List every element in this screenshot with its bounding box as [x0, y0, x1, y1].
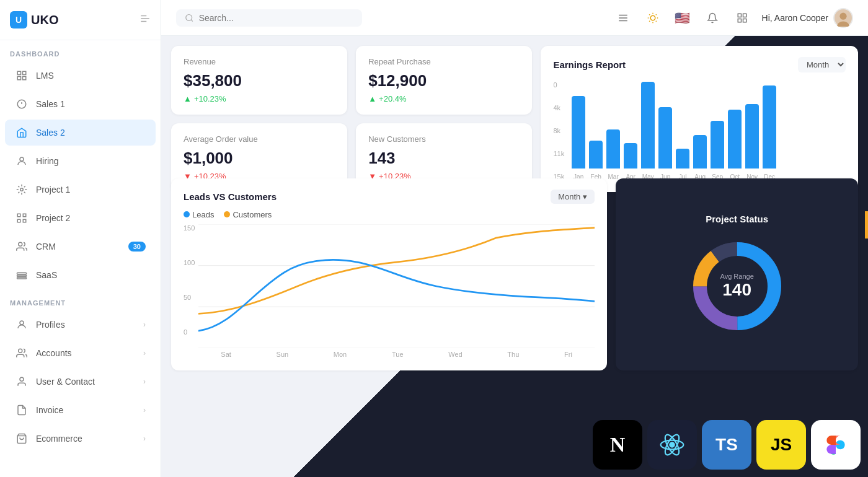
customers-legend-item: Customers — [224, 210, 272, 219]
sidebar-item-hiring[interactable]: Hiring — [5, 148, 156, 174]
typescript-label: TS — [715, 435, 738, 455]
project-status-title: Project Status — [706, 214, 768, 224]
header-right: 🇺🇸 Hi, Aaron Cooper — [613, 8, 853, 28]
sidebar-item-lms[interactable]: LMS — [5, 63, 156, 89]
notifications-icon[interactable] — [702, 8, 722, 28]
bar-jun — [658, 107, 672, 168]
sidebar-item-user-contact[interactable]: User & Contact › — [5, 369, 156, 395]
figma-icon[interactable] — [811, 420, 861, 470]
project-status-card: Project Status — [616, 178, 858, 370]
search-box[interactable] — [176, 9, 362, 27]
avg-order-label: Average Order value — [184, 134, 335, 144]
accounts-chevron: › — [143, 349, 146, 357]
sidebar-item-saas[interactable]: SaaS — [5, 262, 156, 288]
repeat-purchase-value: $12,900 — [368, 71, 520, 90]
bar-col-oct: Oct — [728, 110, 742, 180]
nextjs-label: N — [610, 433, 626, 457]
typescript-icon[interactable]: TS — [702, 420, 751, 470]
sidebar-item-crm[interactable]: CRM 30 — [5, 234, 156, 260]
bar-sep — [711, 121, 724, 168]
leads-header: Leads VS Customers Month ▾ — [184, 190, 595, 204]
bar-col-apr: Apr — [624, 143, 637, 180]
bar-aug — [693, 135, 707, 168]
svg-rect-37 — [743, 19, 746, 22]
sidebar-item-profiles[interactable]: Profiles › — [5, 312, 156, 338]
leads-period-button[interactable]: Month ▾ — [551, 190, 595, 204]
bottom-area: Leads VS Customers Month ▾ Leads Custome… — [171, 178, 858, 370]
earnings-chart-container: 15k 11k 8k 4k 0 JanFebMarAprMayJunJulAug… — [553, 81, 846, 180]
sidebar-item-project2[interactable]: Project 2 — [5, 205, 156, 231]
y-11k: 11k — [553, 150, 564, 157]
sidebar-item-crm-label: CRM — [36, 242, 56, 252]
menu-icon[interactable] — [613, 8, 633, 28]
sidebar-item-project1[interactable]: Project 1 — [5, 177, 156, 203]
sidebar-item-accounts[interactable]: Accounts › — [5, 340, 156, 366]
bar-apr — [624, 143, 637, 168]
project1-icon — [15, 183, 29, 196]
user-info[interactable]: Hi, Aaron Cooper — [762, 8, 853, 28]
bar-col-aug: Aug — [693, 135, 707, 180]
hiring-icon — [15, 154, 29, 168]
customers-legend-label: Customers — [232, 210, 272, 219]
bar-col-jan: Jan — [572, 96, 585, 180]
sidebar-logo-area: U UKO — [0, 0, 161, 40]
earnings-card: Earnings Report Month Week Year 15k 11k … — [541, 46, 858, 192]
ecommerce-icon — [15, 432, 29, 445]
leads-y-axis: 150 100 50 0 — [184, 224, 195, 336]
sidebar-item-hiring-label: Hiring — [36, 156, 59, 166]
sidebar-collapse-button[interactable] — [140, 13, 151, 27]
javascript-icon[interactable]: JS — [756, 420, 806, 470]
bar-may — [641, 82, 655, 168]
svg-point-20 — [186, 14, 192, 20]
bar-jul — [676, 149, 689, 168]
earnings-period-select[interactable]: Month Week Year — [798, 57, 846, 72]
bar-nov — [745, 104, 759, 168]
svg-point-17 — [19, 349, 22, 352]
layouts-tab[interactable]: Layouts — [866, 211, 868, 239]
project2-icon — [15, 211, 29, 225]
search-icon — [185, 13, 194, 23]
earnings-bars-area: JanFebMarAprMayJunJulAugSepOctNovDec — [572, 81, 846, 180]
profiles-icon — [15, 318, 29, 331]
sidebar-item-user-contact-label: User & Contact — [36, 377, 95, 387]
nextjs-icon[interactable]: N — [593, 420, 642, 470]
leads-legend: Leads Customers — [184, 210, 595, 219]
react-icon[interactable] — [647, 420, 697, 470]
svg-rect-15 — [17, 278, 27, 279]
earnings-y-axis: 15k 11k 8k 4k 0 — [553, 81, 568, 180]
sidebar-item-accounts-label: Accounts — [36, 348, 72, 358]
bar-col-jul: Jul — [676, 149, 689, 180]
bar-col-sep: Sep — [711, 121, 724, 180]
bar-col-jun: Jun — [658, 107, 672, 180]
bar-mar — [606, 129, 620, 168]
small-cards-col1: Revenue $35,800 ▲ +10.23% Average Order … — [171, 46, 347, 192]
sidebar-item-invoice[interactable]: Invoice › — [5, 397, 156, 423]
user-greeting: Hi, Aaron Cooper — [762, 13, 828, 23]
donut-avg-label: Avg Range — [720, 273, 754, 280]
bar-col-feb: Feb — [589, 141, 603, 180]
svg-rect-5 — [17, 77, 20, 80]
sidebar-item-invoice-label: Invoice — [36, 405, 63, 415]
search-input[interactable] — [199, 13, 353, 23]
sidebar-item-sales2[interactable]: Sales 2 — [5, 120, 156, 146]
invoice-icon — [15, 403, 29, 417]
sidebar-item-ecommerce[interactable]: Ecommerce › — [5, 426, 156, 452]
bar-col-mar: Mar — [606, 129, 620, 180]
bar-dec — [763, 85, 776, 168]
y-4k: 4k — [553, 104, 564, 112]
bar-col-nov: Nov — [745, 104, 759, 180]
revenue-label: Revenue — [184, 57, 335, 66]
language-flag[interactable]: 🇺🇸 — [673, 8, 693, 28]
logo-icon: U — [10, 11, 27, 28]
theme-toggle[interactable] — [643, 8, 663, 28]
sidebar-item-sales2-label: Sales 2 — [36, 128, 65, 138]
y-0: 0 — [553, 81, 564, 89]
donut-avg-value: 140 — [720, 280, 754, 300]
sidebar-item-sales1[interactable]: Sales 1 — [5, 91, 156, 117]
leads-period-label: Month — [558, 192, 580, 201]
repeat-purchase-up-arrow: ▲ — [368, 94, 376, 103]
small-cards-col2: Repeat Purchase $12,900 ▲ +20.4% New Cus… — [356, 46, 532, 192]
content-inner: Revenue $35,800 ▲ +10.23% Average Order … — [161, 36, 868, 477]
grid-apps-icon[interactable] — [732, 8, 752, 28]
revenue-up-arrow: ▲ — [184, 94, 192, 103]
